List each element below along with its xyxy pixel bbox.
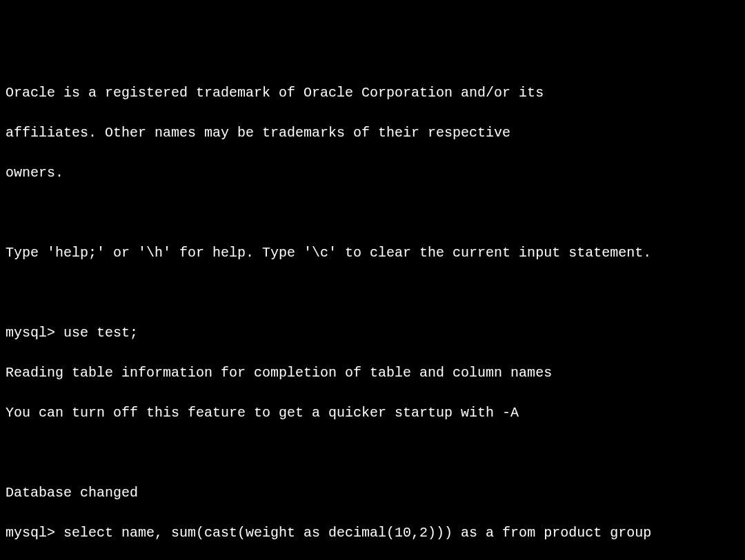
reading-info-2: You can turn off this feature to get a q… bbox=[6, 403, 739, 423]
trademark-line-3: owners. bbox=[6, 163, 739, 183]
mysql-prompt: mysql> bbox=[6, 325, 63, 341]
command-text: use test; bbox=[63, 325, 138, 341]
trademark-line-1: Oracle is a registered trademark of Orac… bbox=[6, 83, 739, 103]
blank-line bbox=[6, 443, 739, 463]
db-changed: Database changed bbox=[6, 483, 739, 503]
command-text: select name, sum(cast(weight as decimal(… bbox=[63, 525, 651, 541]
mysql-prompt: mysql> bbox=[6, 525, 63, 541]
blank-line bbox=[6, 203, 739, 223]
reading-info-1: Reading table information for completion… bbox=[6, 363, 739, 383]
help-line: Type 'help;' or '\h' for help. Type '\c'… bbox=[6, 243, 739, 263]
blank-line bbox=[6, 283, 739, 303]
command-select-1: mysql> select name, sum(cast(weight as d… bbox=[6, 523, 739, 543]
trademark-line-2: affiliates. Other names may be trademark… bbox=[6, 123, 739, 143]
command-use-test: mysql> use test; bbox=[6, 323, 739, 343]
